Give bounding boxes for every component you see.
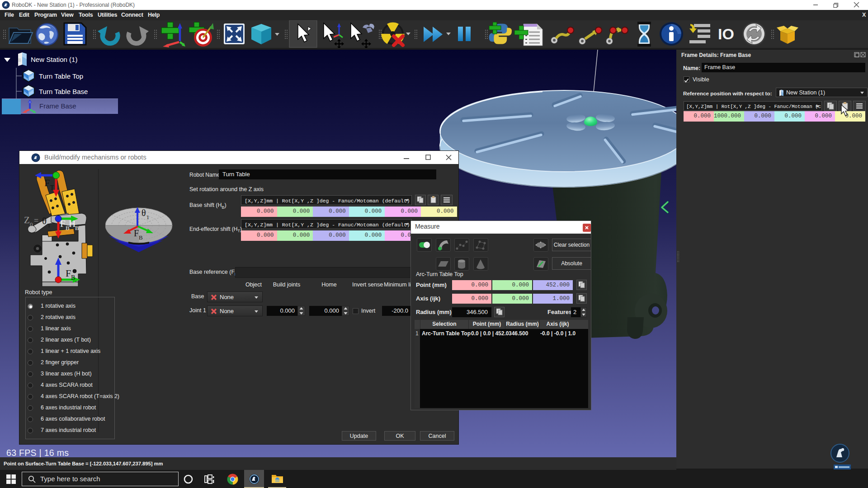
- svg-text:F: F: [60, 218, 66, 229]
- svg-text:F: F: [44, 177, 50, 188]
- svg-text:IO: IO: [718, 25, 734, 42]
- svg-text:B: B: [75, 225, 79, 231]
- svg-text:H: H: [69, 218, 75, 229]
- svg-text:θ: θ: [42, 216, 47, 226]
- svg-text:1: 1: [146, 214, 149, 221]
- svg-text:F: F: [66, 267, 71, 279]
- svg-text:B: B: [139, 234, 143, 241]
- svg-text:1: 1: [47, 222, 51, 229]
- svg-text:Z: Z: [24, 215, 30, 225]
- svg-text:θ: θ: [142, 208, 146, 218]
- svg-text:T: T: [50, 184, 54, 191]
- svg-text:F: F: [134, 228, 139, 238]
- svg-text:=: =: [34, 216, 38, 225]
- svg-text:0: 0: [30, 221, 33, 228]
- svg-text:B: B: [71, 274, 75, 281]
